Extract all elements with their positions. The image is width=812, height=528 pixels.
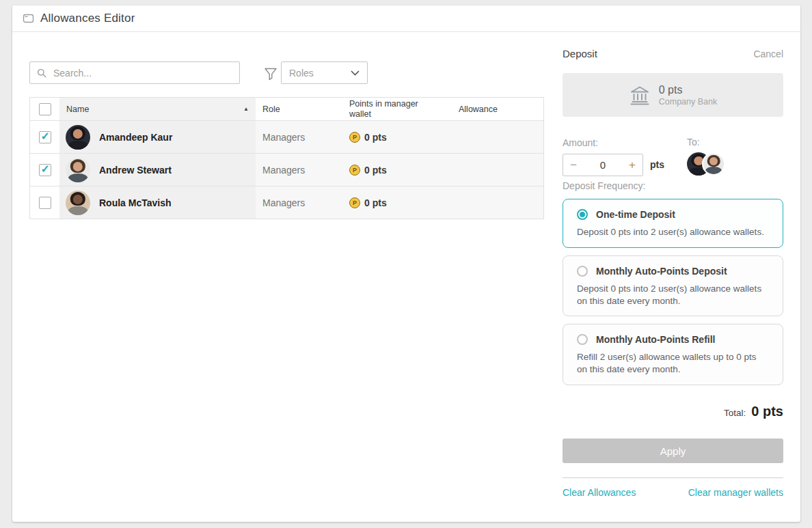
avatar (702, 152, 725, 176)
filter-icon[interactable] (262, 66, 279, 82)
table-row[interactable]: Roula McTavish Managers 0 pts (30, 186, 543, 219)
option-description: Refill 2 user(s) allowance wallets up to… (577, 351, 769, 376)
column-header-name[interactable]: Name ▲ (59, 98, 256, 120)
page-title: Allowances Editor (40, 12, 135, 25)
clear-allowances-link[interactable]: Clear Allowances (563, 487, 636, 498)
radio-button[interactable] (577, 266, 588, 277)
company-bank-box: 0 pts Company Bank (563, 73, 783, 117)
wallet-points: 0 pts (364, 165, 387, 176)
select-all-checkbox[interactable] (39, 103, 51, 115)
total-value: 0 pts (751, 404, 783, 419)
search-box (29, 61, 240, 84)
amount-stepper: − + (563, 154, 643, 176)
table-row[interactable]: Amandeep Kaur Managers 0 pts (30, 120, 543, 153)
option-description: Deposit 0 pts into 2 user(s) allowance w… (577, 283, 769, 307)
avatar (66, 191, 90, 215)
frequency-option-monthly-deposit[interactable]: Monthly Auto-Points Deposit Deposit 0 pt… (563, 255, 783, 317)
decrement-button[interactable]: − (570, 159, 577, 171)
row-checkbox[interactable] (39, 131, 51, 143)
apply-button[interactable]: Apply (563, 439, 783, 463)
user-role: Managers (262, 165, 305, 176)
window-icon (23, 13, 34, 24)
allowance-cell (452, 186, 545, 219)
panel-divider (563, 477, 783, 478)
amount-input[interactable] (589, 158, 617, 171)
points-coin-icon (349, 197, 360, 208)
column-header-points[interactable]: Points in manager wallet (342, 98, 452, 120)
option-description: Deposit 0 pts into 2 user(s) allowance w… (577, 226, 769, 238)
recipient-avatars (687, 152, 725, 176)
deposit-panel-title: Deposit (563, 48, 597, 59)
to-label: To: (687, 137, 700, 148)
column-header-role[interactable]: Role (256, 98, 342, 120)
avatar (66, 158, 90, 182)
wallet-points: 0 pts (364, 132, 387, 143)
table-row[interactable]: Andrew Stewart Managers 0 pts (30, 153, 543, 186)
user-name: Andrew Stewart (99, 165, 172, 176)
roles-dropdown-value: Roles (289, 68, 314, 79)
row-checkbox[interactable] (39, 197, 51, 209)
chevron-down-icon (351, 70, 360, 76)
roles-dropdown[interactable]: Roles (281, 61, 368, 84)
bank-points: 0 pts (659, 84, 717, 96)
user-role: Managers (262, 197, 305, 208)
row-checkbox[interactable] (39, 164, 51, 176)
deposit-panel: Deposit Cancel 0 pts Company Bank Amo (563, 5, 783, 498)
frequency-option-one-time[interactable]: One-time Deposit Deposit 0 pts into 2 us… (563, 199, 783, 248)
user-name: Amandeep Kaur (99, 132, 172, 143)
deposit-frequency-label: Deposit Frequency: (563, 180, 783, 191)
cancel-button[interactable]: Cancel (753, 48, 783, 59)
user-role: Managers (262, 132, 305, 143)
avatar (66, 125, 90, 150)
search-icon (37, 68, 46, 78)
clear-manager-wallets-link[interactable]: Clear manager wallets (688, 487, 783, 498)
bank-icon (629, 85, 651, 105)
amount-unit: pts (650, 159, 664, 170)
total-label: Total: (724, 408, 746, 418)
amount-label: Amount: (563, 137, 598, 148)
sort-ascending-icon: ▲ (243, 106, 249, 112)
allowance-cell (452, 154, 545, 186)
allowance-cell (452, 121, 545, 153)
user-name: Roula McTavish (99, 197, 172, 208)
wallet-points: 0 pts (364, 197, 387, 208)
allowances-editor-card: Allowances Editor Roles (12, 5, 800, 522)
points-coin-icon (349, 165, 360, 176)
select-all-checkbox-cell (30, 98, 59, 120)
radio-button[interactable] (577, 334, 588, 345)
increment-button[interactable]: + (629, 159, 636, 171)
frequency-option-monthly-refill[interactable]: Monthly Auto-Points Refill Refill 2 user… (563, 324, 783, 385)
radio-button[interactable] (577, 209, 588, 220)
users-table: Name ▲ Role Points in manager wallet All… (29, 97, 544, 219)
search-input[interactable] (52, 67, 232, 79)
allowances-editor-screen: Allowances Editor Roles (0, 0, 812, 528)
bank-name: Company Bank (659, 97, 717, 107)
column-header-allowance[interactable]: Allowance (452, 98, 545, 120)
points-coin-icon (349, 132, 360, 143)
table-header-row: Name ▲ Role Points in manager wallet All… (30, 98, 543, 120)
